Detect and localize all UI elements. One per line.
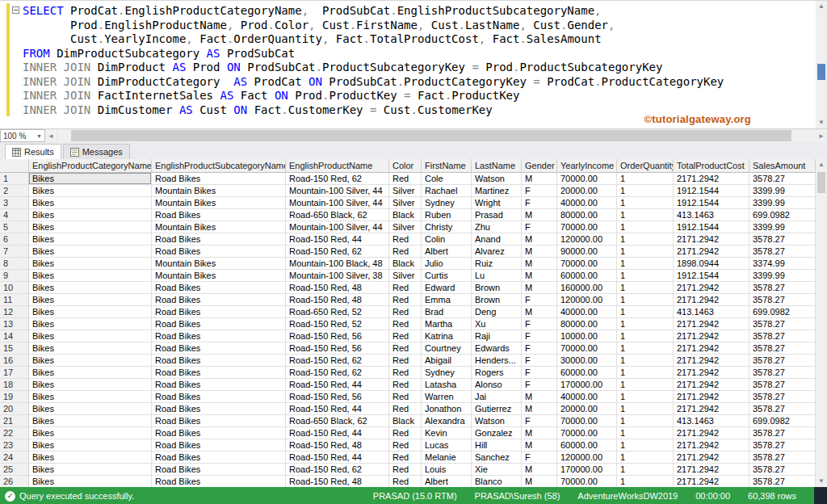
grid-cell[interactable]: Gonzalez — [472, 427, 522, 439]
column-header[interactable]: EnglishProductCategoryName — [29, 159, 152, 173]
grid-cell[interactable]: M — [522, 282, 557, 294]
grid-cell[interactable]: 1912.1544 — [674, 221, 749, 233]
grid-cell[interactable]: 40000.00 — [557, 391, 617, 403]
grid-cell[interactable]: F — [522, 330, 557, 342]
row-number[interactable]: 16 — [0, 355, 29, 367]
grid-cell[interactable]: Lu — [472, 270, 522, 282]
grid-cell[interactable]: Road-150 Red, 48 — [286, 282, 389, 294]
grid-cell[interactable]: Bikes — [29, 221, 152, 233]
scroll-up-icon[interactable]: ▲ — [816, 159, 827, 170]
grid-cell[interactable]: F — [522, 452, 557, 464]
grid-cell[interactable]: 70000.00 — [557, 173, 617, 185]
grid-cell[interactable]: Road Bikes — [152, 476, 286, 487]
grid-cell[interactable]: Red — [389, 403, 422, 415]
grid-cell[interactable]: 3578.27 — [749, 476, 816, 487]
grid-cell[interactable]: Silver — [389, 270, 422, 282]
grid-cell[interactable]: 40000.00 — [557, 306, 617, 318]
grid-cell[interactable]: Xie — [472, 464, 522, 476]
grid-cell[interactable]: Road Bikes — [152, 452, 286, 464]
grid-cell[interactable]: Louis — [422, 464, 472, 476]
grid-cell[interactable]: 1 — [617, 391, 674, 403]
grid-cell[interactable]: 2171.2942 — [674, 318, 749, 330]
grid-cell[interactable]: 3578.27 — [749, 330, 816, 342]
grid-cell[interactable]: 3399.99 — [749, 185, 816, 197]
status-database[interactable]: AdventureWorksDW2019 — [577, 491, 678, 501]
grid-cell[interactable]: Road-150 Red, 62 — [286, 464, 389, 476]
grid-cell[interactable]: 2171.2942 — [674, 452, 749, 464]
grid-cell[interactable]: 2171.2942 — [674, 464, 749, 476]
grid-cell[interactable]: Edward — [422, 282, 472, 294]
grid-cell[interactable]: 3578.27 — [749, 367, 816, 379]
editor-vertical-scrollbar[interactable]: ▲ ▼ — [816, 1, 827, 128]
grid-cell[interactable]: 1 — [617, 330, 674, 342]
column-header[interactable]: EnglishProductSubcategoryName — [152, 159, 286, 173]
grid-cell[interactable]: 1912.1544 — [674, 270, 749, 282]
grid-cell[interactable]: Emma — [422, 294, 472, 306]
grid-cell[interactable]: Xu — [472, 318, 522, 330]
grid-cell[interactable]: Martha — [422, 318, 472, 330]
grid-cell[interactable]: Road-150 Red, 52 — [286, 318, 389, 330]
grid-cell[interactable]: Mountain-100 Black, 48 — [286, 258, 389, 270]
grid-cell[interactable]: Henders... — [472, 355, 522, 367]
grid-cell[interactable]: 2171.2942 — [674, 282, 749, 294]
grid-cell[interactable]: 2171.2942 — [674, 403, 749, 415]
grid-cell[interactable]: Martinez — [472, 185, 522, 197]
grid-cell[interactable]: Bikes — [29, 246, 152, 258]
grid-cell[interactable]: 80000.00 — [557, 209, 617, 221]
grid-cell[interactable]: Brown — [472, 294, 522, 306]
grid-cell[interactable]: 1 — [617, 367, 674, 379]
grid-cell[interactable]: Albert — [422, 476, 472, 487]
grid-cell[interactable]: 1 — [617, 464, 674, 476]
grid-cell[interactable]: F — [522, 318, 557, 330]
row-number[interactable]: 25 — [0, 464, 29, 476]
scroll-down-icon[interactable]: ▼ — [816, 476, 827, 487]
grid-cell[interactable]: M — [522, 427, 557, 439]
grid-cell[interactable]: 70000.00 — [557, 476, 617, 487]
grid-cell[interactable]: Mountain-100 Silver, 44 — [286, 221, 389, 233]
grid-cell[interactable]: Bikes — [29, 294, 152, 306]
grid-cell[interactable]: Bikes — [29, 439, 152, 452]
row-number[interactable]: 5 — [0, 221, 29, 233]
grid-cell[interactable]: Silver — [389, 185, 422, 197]
grid-cell[interactable]: Mountain-100 Silver, 44 — [286, 185, 389, 197]
grid-cell[interactable]: Road-150 Red, 62 — [286, 173, 389, 185]
grid-cell[interactable]: 3578.27 — [749, 391, 816, 403]
row-number[interactable]: 23 — [0, 439, 29, 452]
grid-cell[interactable]: Road Bikes — [152, 342, 286, 355]
grid-cell[interactable]: 3578.27 — [749, 403, 816, 415]
row-number[interactable]: 3 — [0, 197, 29, 209]
row-number[interactable]: 7 — [0, 246, 29, 258]
grid-cell[interactable]: 699.0982 — [749, 209, 816, 221]
grid-cell[interactable]: Brad — [422, 306, 472, 318]
grid-cell[interactable]: 70000.00 — [557, 427, 617, 439]
grid-cell[interactable]: Road Bikes — [152, 246, 286, 258]
grid-cell[interactable]: 3578.27 — [749, 427, 816, 439]
grid-cell[interactable]: 699.0982 — [749, 306, 816, 318]
grid-cell[interactable]: 3578.27 — [749, 294, 816, 306]
grid-cell[interactable]: 10000.00 — [557, 330, 617, 342]
grid-cell[interactable]: Road-150 Red, 48 — [286, 439, 389, 452]
grid-cell[interactable]: Bikes — [29, 452, 152, 464]
grid-cell[interactable]: Bikes — [29, 185, 152, 197]
grid-cell[interactable]: F — [522, 221, 557, 233]
grid-cell[interactable]: Red — [389, 342, 422, 355]
grid-cell[interactable]: 1 — [617, 427, 674, 439]
grid-cell[interactable]: 20000.00 — [557, 185, 617, 197]
grid-cell[interactable]: Cole — [422, 173, 472, 185]
grid-cell[interactable]: 1 — [617, 185, 674, 197]
row-number[interactable]: 22 — [0, 427, 29, 439]
grid-cell[interactable]: Albert — [422, 246, 472, 258]
row-number[interactable]: 4 — [0, 209, 29, 221]
grid-cell[interactable]: F — [522, 342, 557, 355]
grid-cell[interactable]: 3578.27 — [749, 464, 816, 476]
grid-cell[interactable]: Alexandra — [422, 415, 472, 427]
row-number[interactable]: 10 — [0, 282, 29, 294]
grid-cell[interactable]: 70000.00 — [557, 342, 617, 355]
grid-cell[interactable]: Bikes — [29, 318, 152, 330]
grid-cell[interactable]: Red — [389, 233, 422, 246]
grid-cell[interactable]: 1898.0944 — [674, 258, 749, 270]
grid-cell[interactable]: Road Bikes — [152, 415, 286, 427]
grid-cell[interactable]: Red — [389, 173, 422, 185]
grid-cell[interactable]: Red — [389, 282, 422, 294]
row-number[interactable]: 21 — [0, 415, 29, 427]
